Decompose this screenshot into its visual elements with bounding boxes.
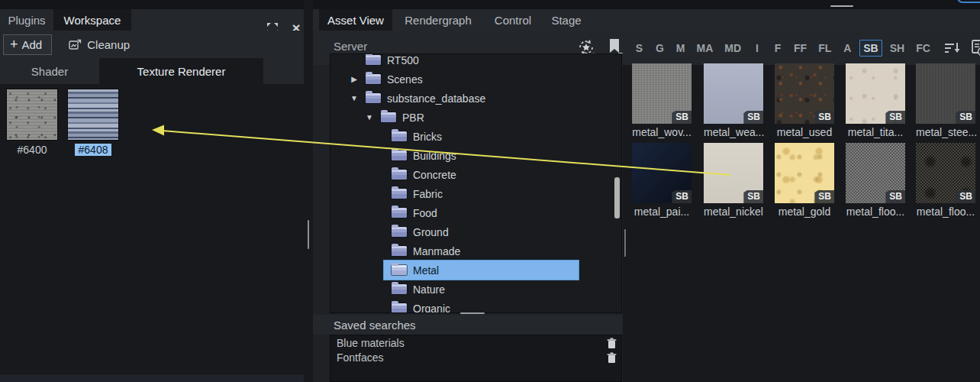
sort-icon[interactable]: [943, 37, 962, 59]
folder-icon: [381, 112, 396, 122]
asset-thumbnail[interactable]: SB: [846, 63, 905, 124]
splitter-handle[interactable]: [308, 220, 309, 249]
asset-name: metal_stee...: [916, 126, 975, 138]
document-info-icon[interactable]: [969, 37, 980, 59]
saved-search-row[interactable]: Fontfaces: [330, 350, 621, 364]
filter-g[interactable]: G: [652, 40, 669, 57]
tree-item-metal-selected[interactable]: Metal: [330, 261, 621, 280]
substance-badge: SB: [885, 190, 905, 203]
add-button[interactable]: + Add: [3, 34, 52, 55]
tab-workspace[interactable]: Workspace: [53, 9, 131, 31]
filter-s[interactable]: S: [631, 40, 648, 57]
tab-control[interactable]: Control: [484, 9, 542, 31]
tab-texture-renderer[interactable]: Texture Renderer: [99, 58, 263, 84]
asset-thumbnail[interactable]: SB: [775, 143, 834, 203]
tree-scrollbar-thumb[interactable]: [614, 177, 620, 219]
tab-shader[interactable]: Shader: [0, 58, 99, 84]
asset-tile[interactable]: SB metal_nickel: [704, 143, 763, 218]
filter-md[interactable]: MD: [720, 40, 745, 57]
asset-tile[interactable]: SB metal_wov...: [632, 63, 691, 138]
tree-item-fabric[interactable]: Fabric: [330, 184, 621, 203]
tab-stage[interactable]: Stage: [542, 9, 591, 31]
filter-sb-active[interactable]: SB: [859, 40, 882, 57]
tree-item-buildings[interactable]: Buildings: [330, 146, 621, 165]
tree-item-substance-database[interactable]: ▼ substance_database: [330, 89, 621, 108]
asset-thumbnail[interactable]: SB: [704, 143, 763, 203]
asset-thumbnail[interactable]: SB: [916, 63, 975, 124]
folder-icon: [392, 189, 407, 199]
tree-item-nature[interactable]: Nature: [330, 280, 621, 299]
asset-tile[interactable]: SB metal_used: [775, 63, 834, 138]
tree-item-concrete[interactable]: Concrete: [330, 165, 621, 184]
cleanup-button[interactable]: Cleanup: [63, 34, 136, 55]
filter-sh[interactable]: SH: [886, 40, 908, 57]
texture-id-label-selected: #6408: [75, 144, 112, 156]
tree-item-food[interactable]: Food: [330, 203, 621, 222]
filter-ff[interactable]: FF: [790, 40, 811, 57]
splitter-handle[interactable]: [830, 5, 853, 7]
folder-icon: [392, 265, 407, 275]
asset-tile[interactable]: SB metal_floo...: [916, 143, 975, 218]
asset-name: metal_gold: [775, 206, 834, 218]
server-tree[interactable]: RT500 ▶ Scenes ▼ substance_database ▼: [330, 53, 622, 313]
folder-icon: [392, 151, 407, 160]
tree-item-organic[interactable]: Organic: [330, 299, 621, 313]
asset-name: metal_wea...: [704, 126, 763, 138]
asset-tile[interactable]: SB metal_wea...: [704, 63, 763, 138]
tree-item[interactable]: RT500: [330, 53, 621, 70]
asset-name: metal_wov...: [632, 126, 691, 138]
saved-searches-list[interactable]: Blue materials Fontfaces: [330, 335, 622, 382]
application-window: Plugins Workspace × + Add: [0, 0, 980, 382]
asset-name: metal_pai...: [632, 206, 691, 218]
left-panel-bottom-strip: [0, 374, 304, 382]
tree-item-ground[interactable]: Ground: [330, 222, 621, 241]
filter-fc[interactable]: FC: [912, 40, 934, 57]
asset-tile[interactable]: SB metal_stee...: [916, 63, 975, 138]
asset-tile[interactable]: SB metal_tita...: [846, 63, 905, 138]
substance-badge: SB: [956, 111, 975, 124]
asset-tile[interactable]: SB metal_pai...: [632, 143, 691, 218]
tab-asset-view[interactable]: Asset View: [319, 9, 392, 31]
asset-thumbnail[interactable]: SB: [704, 63, 763, 124]
trash-icon[interactable]: [606, 351, 617, 364]
asset-tile[interactable]: SB metal_gold: [775, 143, 834, 218]
tab-plugins[interactable]: Plugins: [0, 9, 53, 31]
filter-m[interactable]: M: [672, 40, 689, 57]
asset-name: metal_floo...: [916, 206, 975, 218]
tree-item-scenes[interactable]: ▶ Scenes: [330, 70, 621, 89]
splitter-handle[interactable]: [460, 312, 485, 314]
asset-thumbnail[interactable]: SB: [632, 63, 691, 124]
folder-icon: [392, 246, 407, 256]
folder-icon: [392, 170, 407, 180]
filter-ma[interactable]: MA: [693, 40, 717, 57]
tree-item-pbr[interactable]: ▼ PBR: [330, 108, 621, 127]
folder-icon: [392, 227, 407, 237]
filter-a[interactable]: A: [839, 40, 856, 57]
center-panel-tabbar: Asset View Rendergraph Control Stage: [313, 9, 980, 31]
tree-item-bricks[interactable]: Bricks: [330, 127, 621, 146]
filter-fl[interactable]: FL: [814, 40, 835, 57]
trash-icon[interactable]: [606, 337, 617, 349]
saved-searches-header: Saved searches: [313, 315, 623, 335]
asset-tile[interactable]: SB metal_floo...: [846, 143, 905, 218]
asset-thumbnail[interactable]: SB: [775, 63, 834, 124]
substance-badge: SB: [672, 190, 691, 203]
substance-badge: SB: [956, 190, 975, 203]
asset-thumbnail[interactable]: SB: [632, 143, 691, 203]
asset-name: metal_used: [775, 126, 834, 138]
saved-searches-title: Saved searches: [334, 319, 416, 332]
folder-icon: [366, 55, 381, 65]
vertical-splitter[interactable]: [304, 0, 313, 382]
filter-f[interactable]: F: [769, 40, 786, 57]
texture-renderer-canvas[interactable]: #6400 #6408: [0, 84, 304, 374]
splitter-handle[interactable]: [624, 229, 626, 257]
texture-thumbnail-6400[interactable]: [6, 89, 58, 141]
saved-search-row[interactable]: Blue materials: [330, 335, 621, 350]
tab-rendergraph[interactable]: Rendergraph: [392, 9, 484, 31]
folder-icon: [392, 131, 407, 141]
filter-i[interactable]: I: [749, 40, 766, 57]
asset-thumbnail[interactable]: SB: [916, 143, 975, 203]
texture-thumbnail-6408[interactable]: [67, 89, 119, 141]
asset-thumbnail[interactable]: SB: [846, 143, 905, 203]
tree-item-manmade[interactable]: Manmade: [330, 241, 621, 261]
